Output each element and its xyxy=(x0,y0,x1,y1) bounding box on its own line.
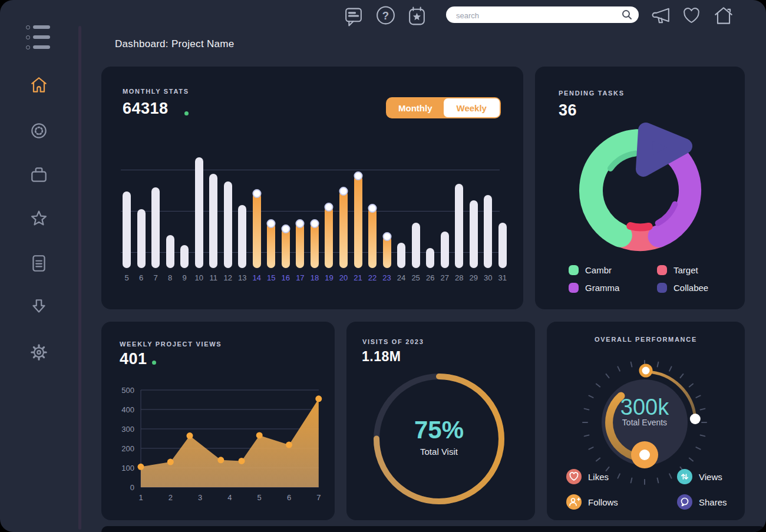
gauge-tick xyxy=(689,384,693,387)
gauge-top-marker[interactable] xyxy=(640,365,651,376)
document-icon xyxy=(29,253,49,273)
bar-column: 18 xyxy=(311,155,319,268)
weekly-views-card: WEEKLY PROJECT VIEWS 401 010020030040050… xyxy=(101,322,335,520)
bar-column: 10 xyxy=(195,155,203,268)
sidebar-item-favorites[interactable] xyxy=(29,209,49,229)
x-tick-label: 9 xyxy=(183,273,187,282)
bar-column: 30 xyxy=(484,155,492,268)
monthly-bar-chart: 5678910111213141516171819202122232425262… xyxy=(123,155,507,268)
bar xyxy=(339,190,348,268)
bar-column: 8 xyxy=(166,155,174,268)
favorites-button[interactable] xyxy=(681,5,702,29)
data-point xyxy=(186,432,193,439)
x-tick-label: 2 xyxy=(169,493,173,502)
menu-dot xyxy=(26,35,30,39)
x-tick-label: 24 xyxy=(397,273,405,282)
bar-marker xyxy=(368,204,377,213)
legend-item-target: Target xyxy=(657,265,728,275)
legend-item-likes: Likes xyxy=(566,469,677,484)
data-point xyxy=(167,459,174,465)
messages-button[interactable] xyxy=(342,4,364,28)
x-tick-label: 6 xyxy=(139,273,143,282)
y-tick-label: 300 xyxy=(121,425,134,434)
bar xyxy=(137,209,146,268)
bar xyxy=(166,235,174,268)
legend-label: Likes xyxy=(588,472,609,482)
donut-legend: CambrTargetGrammaCollabee xyxy=(569,265,728,293)
home-icon xyxy=(712,4,735,28)
gauge-tick xyxy=(658,362,659,367)
events-button[interactable] xyxy=(406,4,428,28)
sidebar-item-home[interactable] xyxy=(29,75,49,95)
bar xyxy=(224,181,232,268)
bar-column: 22 xyxy=(368,155,377,268)
bar-column: 25 xyxy=(412,155,420,268)
sidebar-separator xyxy=(78,26,81,530)
bar-column: 17 xyxy=(296,155,304,268)
x-tick-label: 12 xyxy=(223,273,232,282)
y-tick-label: 0 xyxy=(130,483,134,492)
home-button[interactable] xyxy=(712,4,734,28)
menu-dot xyxy=(26,45,30,49)
bar-column: 9 xyxy=(180,155,189,268)
bar xyxy=(470,200,478,268)
search-icon xyxy=(622,9,632,20)
heart-icon xyxy=(681,5,702,27)
gauge-tick xyxy=(631,362,632,367)
sidebar-item-projects[interactable] xyxy=(29,165,49,185)
home-icon xyxy=(29,75,49,95)
data-point xyxy=(286,442,292,448)
bar-marker xyxy=(296,219,305,228)
x-tick-label: 5 xyxy=(124,273,128,282)
weekly-views-area-chart: 01002003004005001234567 xyxy=(101,322,335,520)
x-tick-label: 18 xyxy=(311,273,319,282)
bar xyxy=(397,243,405,268)
x-tick-label: 23 xyxy=(382,273,391,282)
x-tick-label: 20 xyxy=(339,273,348,282)
sidebar-item-dashboard[interactable] xyxy=(29,121,49,141)
sidebar-item-settings[interactable] xyxy=(29,342,49,362)
sidebar-item-downloads[interactable] xyxy=(29,298,49,318)
speech-bubble-icon xyxy=(677,494,692,510)
bar-marker xyxy=(267,219,276,228)
x-tick-label: 29 xyxy=(470,273,478,282)
search-input[interactable] xyxy=(455,6,616,24)
performance-legend: Likes Views Follows Shares xyxy=(566,469,731,510)
x-tick-label: 3 xyxy=(198,493,202,502)
sidebar-item-documents[interactable] xyxy=(29,253,49,273)
gauge-knob-dot xyxy=(639,450,650,460)
toggle-monthly-button[interactable]: Monthly xyxy=(387,98,444,117)
data-point xyxy=(315,395,322,402)
help-button[interactable]: ? xyxy=(375,4,397,28)
bar-marker xyxy=(339,187,348,196)
gauge-tick xyxy=(701,435,705,437)
bar xyxy=(325,206,333,268)
visits-percent: 75% xyxy=(346,416,531,444)
bar-column: 15 xyxy=(267,155,275,268)
gauge-tick xyxy=(585,435,589,437)
period-toggle: Monthly Weekly xyxy=(386,97,501,118)
x-tick-label: 25 xyxy=(411,273,420,282)
visits-card: VISITS OF 2023 1.18M 75% Total Visit xyxy=(346,322,535,520)
calendar-star-icon xyxy=(406,4,428,28)
bar-marker xyxy=(310,219,319,228)
bar xyxy=(441,232,449,268)
gauge-knob[interactable] xyxy=(631,441,658,468)
bar xyxy=(426,248,434,268)
message-icon xyxy=(342,4,364,29)
menu-list-icon[interactable] xyxy=(26,25,58,49)
legend-label: Cambr xyxy=(585,265,612,275)
card-label: OVERALL PERFORMANCE xyxy=(547,336,745,343)
gauge-sublabel: Total Events xyxy=(547,418,742,427)
toggle-weekly-button[interactable]: Weekly xyxy=(444,98,500,117)
bar-column: 28 xyxy=(455,155,463,268)
legend-item-shares: Shares xyxy=(677,494,731,510)
legend-label: Gramma xyxy=(585,283,619,293)
x-tick-label: 27 xyxy=(440,273,448,282)
y-tick-label: 500 xyxy=(121,386,134,395)
bar xyxy=(455,184,463,268)
bar-column: 20 xyxy=(339,155,348,268)
pending-tasks-donut-chart xyxy=(570,120,711,261)
announcements-button[interactable] xyxy=(651,4,672,28)
x-tick-label: 31 xyxy=(498,273,507,282)
